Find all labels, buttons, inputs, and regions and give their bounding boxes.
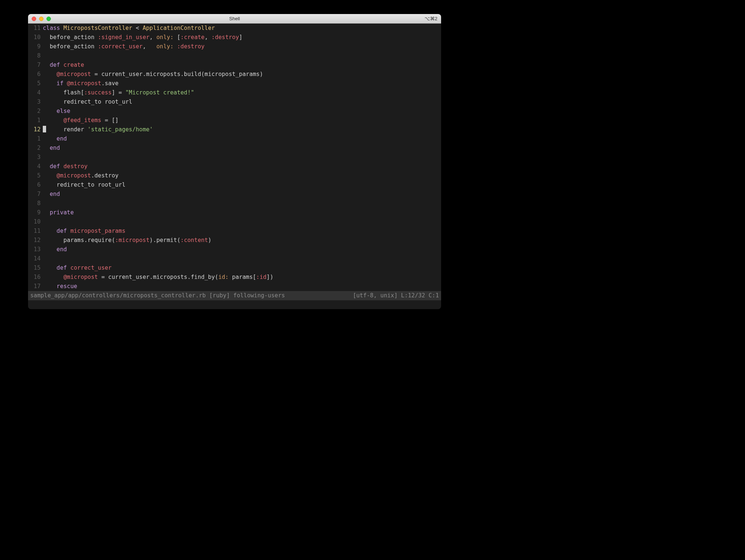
line-number: 12 — [28, 125, 43, 134]
line-content[interactable]: def destroy — [43, 162, 441, 171]
status-right: [utf-8, unix] L:12/32 C:1 — [353, 291, 439, 300]
line-content[interactable]: class MicropostsController < Application… — [43, 24, 441, 33]
line-number: 2 — [28, 144, 43, 153]
code-line[interactable]: 10 — [28, 217, 441, 227]
line-number: 6 — [28, 180, 43, 190]
line-content[interactable]: if @micropost.save — [43, 79, 441, 88]
line-number: 4 — [28, 162, 43, 171]
line-number: 17 — [28, 282, 43, 291]
code-line[interactable]: 16 @micropost = current_user.microposts.… — [28, 273, 441, 282]
line-number: 1 — [28, 134, 43, 144]
line-number: 5 — [28, 79, 43, 88]
line-content[interactable]: rescue — [43, 282, 441, 291]
line-content[interactable]: before_action :signed_in_user, only: [:c… — [43, 33, 441, 42]
line-number: 3 — [28, 153, 43, 162]
titlebar: Shell ⌥⌘2 — [28, 14, 441, 24]
code-line[interactable]: 12 render 'static_pages/home' — [28, 125, 441, 134]
line-content[interactable]: redirect_to root_url — [43, 180, 441, 190]
code-line[interactable]: 17 rescue — [28, 282, 441, 291]
line-content[interactable]: @feed_items = [] — [43, 116, 441, 125]
terminal-window: Shell ⌥⌘2 11class MicropostsController <… — [28, 14, 441, 309]
line-number: 6 — [28, 70, 43, 79]
code-line[interactable]: 6 @micropost = current_user.microposts.b… — [28, 70, 441, 79]
code-line[interactable]: 10 before_action :signed_in_user, only: … — [28, 33, 441, 42]
line-number: 2 — [28, 107, 43, 116]
code-line[interactable]: 4 def destroy — [28, 162, 441, 171]
line-number: 15 — [28, 263, 43, 273]
code-line[interactable]: 1 end — [28, 134, 441, 144]
line-content[interactable]: def micropost_params — [43, 227, 441, 236]
line-number: 11 — [28, 227, 43, 236]
line-number: 16 — [28, 273, 43, 282]
line-number: 12 — [28, 236, 43, 245]
status-bar: sample_app/app/controllers/microposts_co… — [28, 291, 441, 300]
line-content[interactable] — [43, 254, 441, 263]
code-line[interactable]: 9 before_action :correct_user, only: :de… — [28, 42, 441, 51]
line-number: 7 — [28, 190, 43, 199]
code-line[interactable]: 13 end — [28, 245, 441, 254]
code-line[interactable]: 6 redirect_to root_url — [28, 180, 441, 190]
code-line[interactable]: 3 — [28, 153, 441, 162]
code-line[interactable]: 5 if @micropost.save — [28, 79, 441, 88]
line-number: 9 — [28, 42, 43, 51]
line-content[interactable]: def correct_user — [43, 263, 441, 273]
line-number: 3 — [28, 97, 43, 107]
line-content[interactable] — [43, 153, 441, 162]
line-number: 4 — [28, 88, 43, 97]
line-number: 14 — [28, 254, 43, 263]
status-left: sample_app/app/controllers/microposts_co… — [30, 291, 285, 300]
window-title: Shell — [28, 14, 441, 23]
line-content[interactable]: @micropost.destroy — [43, 171, 441, 180]
code-line[interactable]: 11class MicropostsController < Applicati… — [28, 24, 441, 33]
code-line[interactable]: 2 end — [28, 144, 441, 153]
line-content[interactable]: end — [43, 144, 441, 153]
line-number: 8 — [28, 51, 43, 61]
code-line[interactable]: 4 flash[:success] = "Micropost created!" — [28, 88, 441, 97]
line-content[interactable]: end — [43, 245, 441, 254]
line-number: 13 — [28, 245, 43, 254]
line-number: 1 — [28, 116, 43, 125]
line-content[interactable]: @micropost = current_user.microposts.bui… — [43, 70, 441, 79]
line-content[interactable]: @micropost = current_user.microposts.fin… — [43, 273, 441, 282]
line-content[interactable]: def create — [43, 61, 441, 70]
code-line[interactable]: 5 @micropost.destroy — [28, 171, 441, 180]
window-shortcut: ⌥⌘2 — [425, 14, 437, 23]
line-number: 9 — [28, 208, 43, 217]
line-content[interactable] — [43, 51, 441, 61]
code-line[interactable]: 3 redirect_to root_url — [28, 97, 441, 107]
code-line[interactable]: 15 def correct_user — [28, 263, 441, 273]
code-line[interactable]: 9 private — [28, 208, 441, 217]
line-content[interactable]: private — [43, 208, 441, 217]
editor-area[interactable]: 11class MicropostsController < Applicati… — [28, 24, 441, 309]
line-content[interactable] — [43, 199, 441, 208]
line-content[interactable]: end — [43, 190, 441, 199]
code-line[interactable]: 11 def micropost_params — [28, 227, 441, 236]
line-number: 8 — [28, 199, 43, 208]
line-content[interactable]: before_action :correct_user, only: :dest… — [43, 42, 441, 51]
line-number: 11 — [28, 24, 43, 33]
line-content[interactable] — [43, 217, 441, 227]
line-number: 10 — [28, 217, 43, 227]
line-number: 10 — [28, 33, 43, 42]
code-line[interactable]: 12 params.require(:micropost).permit(:co… — [28, 236, 441, 245]
line-number: 5 — [28, 171, 43, 180]
code-line[interactable]: 2 else — [28, 107, 441, 116]
code-line[interactable]: 7 end — [28, 190, 441, 199]
code-line[interactable]: 8 — [28, 51, 441, 61]
line-content[interactable]: else — [43, 107, 441, 116]
code-line[interactable]: 1 @feed_items = [] — [28, 116, 441, 125]
line-content[interactable]: redirect_to root_url — [43, 97, 441, 107]
code-container[interactable]: 11class MicropostsController < Applicati… — [28, 24, 441, 291]
line-content[interactable]: flash[:success] = "Micropost created!" — [43, 88, 441, 97]
line-content[interactable]: render 'static_pages/home' — [43, 125, 441, 134]
code-line[interactable]: 14 — [28, 254, 441, 263]
line-content[interactable]: end — [43, 134, 441, 144]
line-number: 7 — [28, 61, 43, 70]
code-line[interactable]: 8 — [28, 199, 441, 208]
line-content[interactable]: params.require(:micropost).permit(:conte… — [43, 236, 441, 245]
code-line[interactable]: 7 def create — [28, 61, 441, 70]
